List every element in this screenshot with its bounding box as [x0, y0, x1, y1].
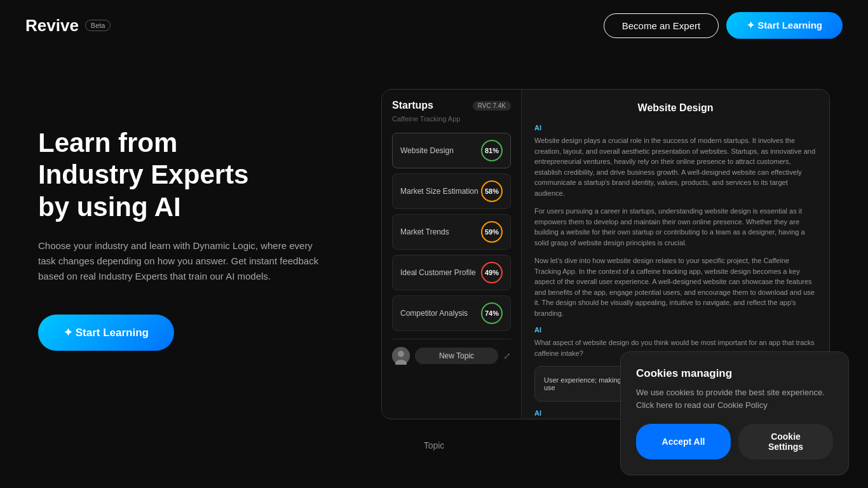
start-learning-hero-button[interactable]: ✦ Start Learning	[38, 315, 174, 351]
cookie-buttons: Accept All Cookie Settings	[636, 424, 833, 459]
become-expert-button[interactable]: Become an Expert	[604, 13, 719, 38]
topic-name: Market Size Estimation	[400, 187, 478, 196]
sidebar-footer: New Topic ⤢	[392, 339, 511, 365]
topic-name: Competitor Analysis	[400, 309, 468, 318]
cookie-title: Cookies managing	[636, 367, 833, 380]
accept-all-button[interactable]: Accept All	[636, 424, 731, 459]
topic-score: 49%	[481, 262, 503, 283]
topic-item-ideal-customer[interactable]: Ideal Customer Profile 49%	[392, 255, 511, 290]
topic-item-website-design[interactable]: Website Design 81%	[392, 133, 511, 168]
sidebar-subtitle: Caffeine Tracking App	[392, 115, 511, 123]
beta-badge: Beta	[85, 20, 111, 31]
topic-label: Topic	[424, 440, 445, 451]
hero-subtitle: Choose your industry and learn with Dyna…	[38, 238, 330, 284]
topic-name: Market Trends	[400, 227, 449, 236]
ai-para2-text: For users pursuing a career in startups,…	[534, 206, 817, 248]
expand-icon[interactable]: ⤢	[503, 351, 511, 361]
ai-intro-text: Website design plays a crucial role in t…	[534, 135, 817, 198]
sidebar-title: Startups	[392, 100, 433, 111]
svg-point-1	[398, 351, 404, 357]
hero-title: Learn from Industry Experts by using AI	[38, 127, 369, 223]
logo: Revive	[25, 16, 79, 36]
topic-item-market-trends[interactable]: Market Trends 59%	[392, 214, 511, 250]
header: Revive Beta Become an Expert ✦ Start Lea…	[0, 0, 868, 51]
main-panel-title: Website Design	[534, 102, 817, 114]
topic-score: 58%	[481, 180, 503, 202]
mockup-sidebar: Startups RVC 7.4K Caffeine Tracking App …	[382, 90, 522, 419]
cookie-description: We use cookies to provide the best site …	[636, 386, 833, 411]
rvc-badge: RVC 7.4K	[473, 101, 511, 111]
cookie-banner: Cookies managing We use cookies to provi…	[620, 351, 849, 475]
cookie-settings-button[interactable]: Cookie Settings	[738, 424, 833, 459]
hero-section: Learn from Industry Experts by using AI …	[38, 89, 369, 351]
new-topic-button[interactable]: New Topic	[415, 348, 498, 364]
header-buttons: Become an Expert ✦ Start Learning	[604, 12, 843, 39]
logo-area: Revive Beta	[25, 16, 111, 36]
sidebar-header: Startups RVC 7.4K	[392, 100, 511, 111]
start-learning-header-button[interactable]: ✦ Start Learning	[726, 12, 843, 39]
user-avatar	[392, 347, 410, 365]
topic-item-competitor[interactable]: Competitor Analysis 74%	[392, 295, 511, 331]
topic-label-container: Topic	[424, 440, 445, 451]
topic-name: Ideal Customer Profile	[400, 268, 476, 277]
ai-intro-label: AI	[534, 124, 817, 132]
ai-question-label: AI	[534, 326, 817, 334]
topic-score: 59%	[481, 221, 503, 243]
topic-item-market-size[interactable]: Market Size Estimation 58%	[392, 173, 511, 209]
ai-para3-text: Now let's dive into how website design r…	[534, 255, 817, 318]
topic-score: 81%	[481, 140, 503, 161]
topic-name: Website Design	[400, 146, 454, 155]
topic-score: 74%	[481, 302, 503, 324]
